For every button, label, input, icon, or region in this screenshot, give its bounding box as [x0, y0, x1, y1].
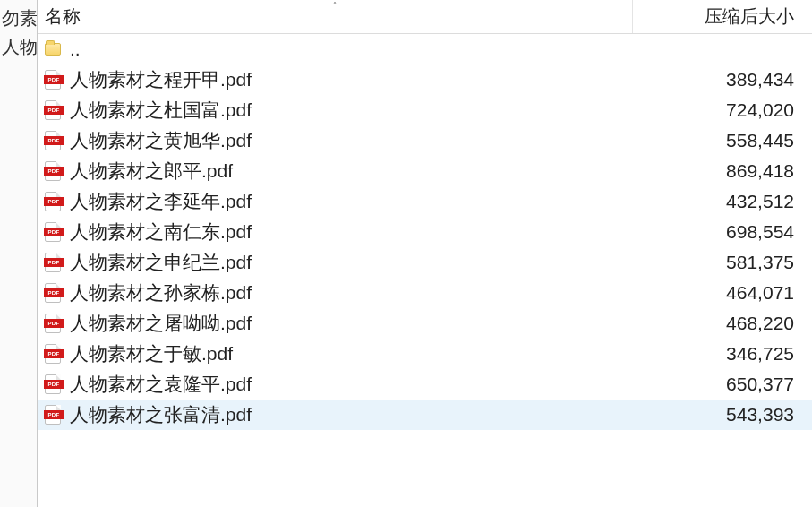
file-row[interactable]: 人物素材之屠呦呦.pdf468,220	[38, 308, 812, 339]
tree-item[interactable]: 勿素	[0, 4, 37, 32]
file-size: 389,434	[633, 69, 812, 90]
file-name: 人物素材之黄旭华.pdf	[70, 128, 633, 153]
column-header-size-label: 压缩后大小	[705, 4, 794, 29]
file-name: 人物素材之屠呦呦.pdf	[70, 311, 633, 336]
file-row[interactable]: 人物素材之张富清.pdf543,393	[38, 400, 812, 430]
file-size: 698,554	[633, 221, 812, 243]
pdf-file-icon	[43, 70, 63, 90]
file-size: 581,375	[633, 252, 812, 273]
column-header-name[interactable]: 名称 ˄	[38, 0, 633, 33]
pdf-file-icon	[43, 344, 63, 364]
file-name: 人物素材之杜国富.pdf	[70, 98, 633, 123]
pdf-file-icon	[43, 131, 63, 150]
file-name: 人物素材之孙家栋.pdf	[70, 280, 633, 305]
pdf-file-icon	[43, 253, 63, 272]
file-name: 人物素材之于敏.pdf	[70, 341, 633, 366]
file-name: 人物素材之申纪兰.pdf	[70, 250, 633, 275]
pdf-file-icon	[43, 100, 63, 120]
pdf-file-icon	[43, 314, 63, 333]
sort-ascending-icon: ˄	[332, 1, 338, 13]
file-name: 人物素材之袁隆平.pdf	[70, 372, 633, 397]
pdf-file-icon	[43, 405, 63, 425]
file-size: 543,393	[633, 404, 812, 425]
column-header-size[interactable]: 压缩后大小	[633, 0, 812, 33]
file-row[interactable]: 人物素材之郎平.pdf869,418	[38, 156, 812, 186]
pdf-file-icon	[43, 161, 63, 181]
tree-panel-sliver: 勿素 人物	[0, 0, 38, 507]
file-size: 346,725	[633, 343, 812, 365]
file-size: 432,512	[633, 191, 812, 212]
column-header-name-label: 名称	[45, 4, 81, 29]
file-size: 724,020	[633, 99, 812, 121]
column-header-row: 名称 ˄ 压缩后大小	[38, 0, 812, 34]
file-rows: .. 人物素材之程开甲.pdf389,434人物素材之杜国富.pdf724,02…	[38, 34, 812, 430]
file-size: 464,071	[633, 282, 812, 304]
file-size: 468,220	[633, 313, 812, 334]
file-name: 人物素材之郎平.pdf	[70, 159, 633, 184]
archive-file-list: 勿素 人物 名称 ˄ 压缩后大小 .. 人物素材之程开甲.pdf389,434人…	[0, 0, 812, 507]
folder-up-icon	[43, 39, 63, 59]
file-name: 人物素材之程开甲.pdf	[70, 67, 633, 92]
file-row[interactable]: 人物素材之黄旭华.pdf558,445	[38, 125, 812, 156]
file-row[interactable]: 人物素材之于敏.pdf346,725	[38, 339, 812, 369]
file-name: 人物素材之张富清.pdf	[70, 402, 633, 427]
pdf-file-icon	[43, 192, 63, 211]
tree-item[interactable]: 人物	[0, 32, 37, 61]
file-size: 558,445	[633, 130, 812, 151]
parent-dir-row[interactable]: ..	[38, 34, 812, 64]
file-name: 人物素材之李延年.pdf	[70, 189, 633, 214]
file-row[interactable]: 人物素材之申纪兰.pdf581,375	[38, 247, 812, 278]
file-size: 869,418	[633, 160, 812, 182]
pdf-file-icon	[43, 374, 63, 394]
file-size: 650,377	[633, 374, 812, 395]
file-row[interactable]: 人物素材之孙家栋.pdf464,071	[38, 278, 812, 308]
file-row[interactable]: 人物素材之袁隆平.pdf650,377	[38, 369, 812, 400]
file-row[interactable]: 人物素材之南仁东.pdf698,554	[38, 217, 812, 247]
file-row[interactable]: 人物素材之李延年.pdf432,512	[38, 186, 812, 217]
pdf-file-icon	[43, 283, 63, 303]
pdf-file-icon	[43, 222, 63, 242]
parent-dir-label: ..	[70, 39, 633, 60]
file-name: 人物素材之南仁东.pdf	[70, 219, 633, 245]
file-list-panel: 名称 ˄ 压缩后大小 .. 人物素材之程开甲.pdf389,434人物素材之杜国…	[38, 0, 812, 507]
file-row[interactable]: 人物素材之杜国富.pdf724,020	[38, 95, 812, 125]
file-row[interactable]: 人物素材之程开甲.pdf389,434	[38, 64, 812, 95]
